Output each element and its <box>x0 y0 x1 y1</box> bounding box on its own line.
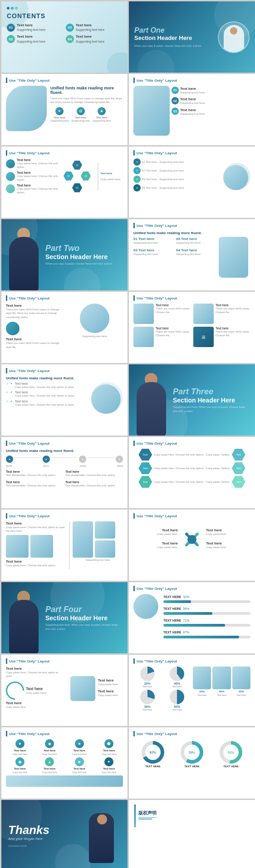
slide-grid: CONTENTS 01 Text here Supporting text he… <box>0 0 255 868</box>
part-three-person <box>134 368 168 432</box>
thanks-slogan: And your slogan here <box>8 837 80 841</box>
thanks-company: company name <box>8 844 80 847</box>
thanks-heading: Thanks <box>8 824 80 836</box>
layout-title-5: Use "Title Only" Layout <box>9 151 49 155</box>
contents-item-2: 02 Text here Supporting text here <box>66 23 122 32</box>
layout-title-10: Use "Title Only" Layout <box>137 296 177 300</box>
layout-title-20: Use "Title Only" Layout <box>137 659 177 663</box>
slide8-subtitle: Unified fonts make reading more fluent. <box>133 231 250 235</box>
layout-title-14: Use "Title Only" Layout <box>137 441 177 446</box>
slide-8: Use "Title Only" Layout Unified fonts ma… <box>129 219 255 290</box>
layout-title-15: Use "Title Only" Layout <box>9 514 49 518</box>
slide-11: Use "Title Only" Layout Unified fonts ma… <box>1 364 128 436</box>
slide-22: Use "Title Only" Layout 67% TEXT HERE 59… <box>129 727 255 799</box>
layout-title-19: Use "Title Only" Layout <box>9 659 49 663</box>
part-three-header: Section Header Here <box>173 397 250 404</box>
slide-3: Use "Title Only" Layout Unified fonts ma… <box>1 74 128 145</box>
slide-part-one: Part One Section Header Here When you co… <box>129 1 255 73</box>
contents-item-4: 04 Text here Supporting text here <box>66 34 122 43</box>
layout-title-18: Use "Title Only" Layout <box>137 587 177 591</box>
part-one-sub: When you copy & paste, choose 'keep text… <box>134 44 218 48</box>
layout-title-6: Use "Title Only" Layout <box>137 151 177 155</box>
layout-title-11: Use "Title Only" Layout <box>9 369 49 373</box>
part-four-label: Part Four <box>45 605 122 614</box>
part-two-header: Section Header Here <box>45 253 122 260</box>
layout-title-3: Use "Title Only" Layout <box>9 78 49 83</box>
layout-title-13: Use "Title Only" Layout <box>9 441 49 446</box>
slide-19: Use "Title Only" Layout Text here Copy p… <box>1 655 128 726</box>
slide-part-three: Part Three Section Header Here Supportin… <box>129 364 255 436</box>
layout-title-8: Use "Title Only" Layout <box>137 224 177 228</box>
part-two-sub: When you copy & paste, choose 'keep text… <box>45 262 122 265</box>
slide-4: Use "Title Only" Layout 01 Text here Sup… <box>129 74 255 145</box>
slide-part-four: Part Four Section Header Here Supporting… <box>1 582 128 653</box>
slide-5: Use "Title Only" Layout Text here Copy p… <box>1 147 128 218</box>
slide13-subtitle: Unified fonts make reading more fluent. <box>6 449 123 453</box>
slide-contents: CONTENTS 01 Text here Supporting text he… <box>1 1 128 73</box>
part-one-label: Part One <box>134 26 218 34</box>
part-one-header: Section Header Here <box>134 34 218 42</box>
slide3-subtitle: Unified fonts make reading more fluent. <box>50 86 123 95</box>
part-four-header: Section Header Here <box>45 614 122 622</box>
slide11-subtitle: Unified fonts make reading more fluent. <box>6 376 123 380</box>
part-four-person <box>7 586 41 650</box>
slide-16: Use "Title Only" Layout Text here Copy p… <box>129 510 255 581</box>
part-two-person <box>7 223 41 287</box>
layout-title-9: Use "Title Only" Layout <box>9 296 49 300</box>
part-three-sub: Supporting text here. When you copy & pa… <box>173 405 250 413</box>
layout-title-16: Use "Title Only" Layout <box>137 514 177 518</box>
slide-14: Use "Title Only" Layout Text Copy paste … <box>129 437 255 508</box>
slide-20: Use "Title Only" Layout 20% Text here 40… <box>129 655 255 726</box>
slide-6: Use "Title Only" Layout 1 01 Text here -… <box>129 147 255 218</box>
copyright-title: 版权声明 <box>138 810 157 818</box>
slide-21: Use "Title Only" Layout ● Text here Copy… <box>1 727 128 799</box>
slide-13: Use "Title Only" Layout Unified fonts ma… <box>1 437 128 508</box>
slide-copyright: 版权声明 <box>129 800 255 868</box>
slide-10: Use "Title Only" Layout Text here There … <box>129 292 255 363</box>
slide-18: Use "Title Only" Layout TEXT HERE32% TEX… <box>129 582 255 653</box>
contents-item-3: 03 Text here Supporting text here <box>7 34 63 43</box>
layout-title-22: Use "Title Only" Layout <box>137 732 177 736</box>
part-four-sub: Supporting text here. When you copy & pa… <box>45 623 122 631</box>
layout-title-21: Use "Title Only" Layout <box>9 732 49 736</box>
slide-thanks: Thanks And your slogan here company name <box>1 800 128 868</box>
thanks-person <box>84 809 121 863</box>
layout-title-4: Use "Title Only" Layout <box>137 78 177 83</box>
part-two-label: Part Two <box>45 244 122 253</box>
part-three-label: Part Three <box>173 387 250 397</box>
slide-9: Use "Title Only" Layout Text here There … <box>1 292 128 363</box>
slide-part-two: Part Two Section Header Here When you co… <box>1 219 128 290</box>
slide-15: Use "Title Only" Layout Text here Copy p… <box>1 510 128 581</box>
slide3-body: There are many NHS Front cases to change… <box>50 97 123 104</box>
